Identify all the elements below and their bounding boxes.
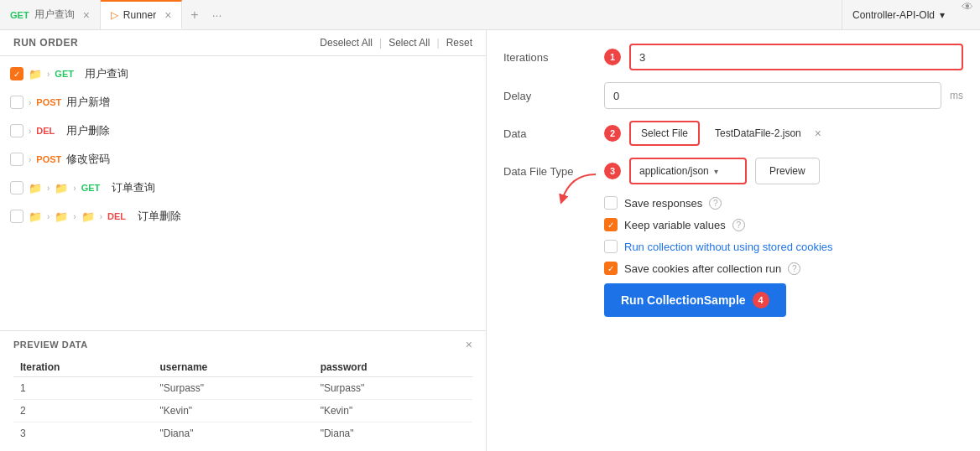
data-file-type-row: Data File Type 3 application/json ▾ Prev… bbox=[503, 158, 963, 184]
delay-suffix: ms bbox=[950, 90, 963, 101]
preview-header: PREVIEW DATA × bbox=[13, 338, 472, 351]
iterations-row: Iterations 1 bbox=[503, 44, 963, 70]
method-post: POST bbox=[36, 154, 61, 164]
tab-close-icon[interactable]: × bbox=[83, 8, 90, 22]
col-header-iteration: Iteration bbox=[13, 358, 154, 377]
folder-icon: 📁 bbox=[29, 182, 42, 194]
select-file-button[interactable]: Select File bbox=[629, 121, 700, 146]
item-name: 用户查询 bbox=[85, 66, 128, 81]
preview-button[interactable]: Preview bbox=[755, 158, 820, 184]
checkbox-6[interactable] bbox=[10, 210, 23, 223]
arrow-icon: › bbox=[29, 98, 31, 107]
col-header-username: username bbox=[154, 358, 314, 377]
eye-icon[interactable]: 👁 bbox=[955, 0, 980, 29]
item-name: 用户新增 bbox=[66, 95, 110, 110]
table-row: 1"Surpass""Surpass" bbox=[13, 377, 472, 400]
select-all-button[interactable]: Select All bbox=[388, 37, 430, 49]
reset-button[interactable]: Reset bbox=[446, 37, 472, 49]
save-cookies-checkbox[interactable] bbox=[604, 262, 618, 275]
tab-runner[interactable]: ▷ Runner × bbox=[101, 0, 183, 29]
save-responses-info-icon[interactable]: ? bbox=[709, 197, 722, 210]
table-row: 2"Kevin""Kevin" bbox=[13, 400, 472, 422]
run-without-cookies-label: Run collection without using stored cook… bbox=[624, 241, 833, 253]
item-name: 订单查询 bbox=[112, 180, 155, 195]
list-item[interactable]: 📁 › 📁 › GET 订单查询 bbox=[0, 174, 486, 202]
run-order-title: RUN ORDER bbox=[13, 37, 78, 49]
run-without-cookies-checkbox[interactable] bbox=[604, 240, 618, 253]
data-file-type-select[interactable]: application/json ▾ bbox=[629, 158, 747, 184]
save-cookies-label: Save cookies after collection run bbox=[624, 262, 781, 275]
keep-variable-row: Keep variable values ? bbox=[604, 218, 963, 231]
checkbox-5[interactable] bbox=[10, 181, 23, 194]
tab-runner-close-icon[interactable]: × bbox=[164, 8, 171, 22]
run-order-actions: Deselect All | Select All | Reset bbox=[320, 37, 472, 49]
folder-icon: 📁 bbox=[29, 68, 42, 80]
select-file-label: Select File bbox=[641, 127, 688, 139]
list-item[interactable]: › DEL 用户删除 bbox=[0, 117, 486, 145]
right-panel: Iterations 1 Delay ms Data 2 Select File… bbox=[487, 30, 980, 451]
run-order-header: RUN ORDER Deselect All | Select All | Re… bbox=[0, 30, 486, 56]
left-panel: RUN ORDER Deselect All | Select All | Re… bbox=[0, 30, 487, 451]
item-name: 修改密码 bbox=[66, 152, 110, 167]
separator2: | bbox=[437, 37, 440, 49]
list-item[interactable]: › POST 修改密码 bbox=[0, 145, 486, 174]
checkbox-4[interactable] bbox=[10, 153, 23, 166]
run-button-container: Run CollectionSample 4 bbox=[604, 283, 963, 317]
table-cell: 2 bbox=[13, 400, 154, 422]
iterations-input[interactable] bbox=[629, 44, 963, 70]
save-cookies-info-icon[interactable]: ? bbox=[788, 262, 800, 275]
environment-selector[interactable]: Controller-API-Old ▾ bbox=[842, 0, 955, 29]
folder-icon-3: 📁 bbox=[81, 210, 95, 223]
save-responses-label: Save responses bbox=[624, 197, 702, 210]
run-collection-button[interactable]: Run CollectionSample 4 bbox=[604, 283, 786, 317]
data-file-type-label: Data File Type bbox=[503, 165, 596, 178]
preview-title: PREVIEW DATA bbox=[13, 340, 88, 350]
table-cell: "Diana" bbox=[154, 422, 314, 445]
step-badge-4: 4 bbox=[753, 292, 769, 308]
tab-more-button[interactable]: ··· bbox=[207, 0, 227, 29]
table-cell: 3 bbox=[13, 422, 154, 445]
folder-icon: 📁 bbox=[29, 210, 42, 223]
table-cell: 1 bbox=[13, 377, 154, 400]
deselect-all-button[interactable]: Deselect All bbox=[320, 37, 373, 49]
table-cell: "Surpass" bbox=[314, 377, 472, 400]
arrow-icon-3: › bbox=[100, 212, 102, 221]
item-name: 用户删除 bbox=[66, 123, 110, 138]
save-responses-checkbox[interactable] bbox=[604, 196, 618, 210]
tab-bar: GET 用户查询 × ▷ Runner × + ··· Controller-A… bbox=[0, 0, 980, 30]
arrow-icon-2: › bbox=[73, 212, 76, 221]
col-header-password: password bbox=[314, 358, 472, 377]
checkbox-3[interactable] bbox=[10, 124, 23, 137]
arrow-icon: › bbox=[29, 155, 31, 164]
table-cell: "Surpass" bbox=[154, 377, 314, 400]
iterations-label: Iterations bbox=[503, 51, 596, 64]
separator: | bbox=[379, 37, 382, 49]
method-post: POST bbox=[36, 97, 61, 107]
dropdown-arrow-icon: ▾ bbox=[714, 167, 718, 176]
delay-input[interactable] bbox=[604, 82, 941, 109]
save-cookies-row: Save cookies after collection run ? bbox=[604, 262, 963, 275]
new-tab-button[interactable]: + bbox=[182, 0, 206, 29]
list-item[interactable]: 📁 › GET 用户查询 bbox=[0, 60, 486, 88]
checkbox-1[interactable] bbox=[10, 67, 23, 80]
item-name: 订单删除 bbox=[138, 209, 181, 224]
keep-variable-checkbox[interactable] bbox=[604, 218, 618, 231]
table-row: 3"Diana""Diana" bbox=[13, 422, 472, 445]
step-badge-1: 1 bbox=[604, 49, 621, 65]
list-item[interactable]: › POST 用户新增 bbox=[0, 88, 486, 117]
tab-get-query[interactable]: GET 用户查询 × bbox=[0, 0, 101, 29]
step-badge-2: 2 bbox=[604, 125, 621, 142]
method-get: GET bbox=[55, 69, 80, 79]
arrow-icon: › bbox=[29, 127, 31, 136]
preview-close-button[interactable]: × bbox=[466, 338, 472, 351]
file-remove-icon[interactable]: × bbox=[815, 127, 821, 140]
checkbox-2[interactable] bbox=[10, 96, 23, 109]
method-get: GET bbox=[81, 183, 107, 193]
list-item[interactable]: 📁 › 📁 › 📁 › DEL 订单删除 bbox=[0, 202, 486, 231]
keep-variable-info-icon[interactable]: ? bbox=[732, 219, 745, 231]
folder-icon-2: 📁 bbox=[55, 210, 68, 223]
main-container: RUN ORDER Deselect All | Select All | Re… bbox=[0, 30, 980, 451]
method-del: DEL bbox=[107, 211, 133, 221]
method-del: DEL bbox=[36, 126, 61, 136]
table-cell: "Diana" bbox=[314, 422, 472, 445]
